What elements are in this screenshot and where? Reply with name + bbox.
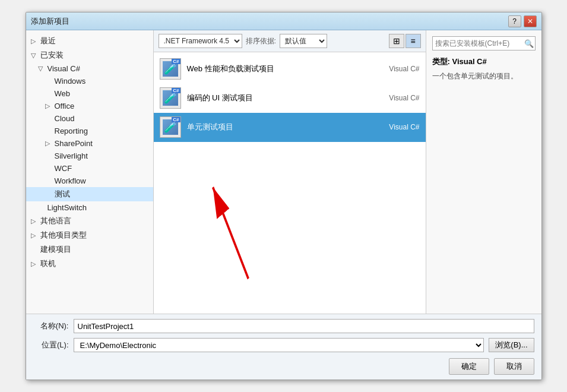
- title-bar: 添加新项目 ? ✕: [26, 12, 541, 30]
- sidebar-label-office: Office: [55, 102, 75, 110]
- expand-icon-sharepoint: ▷: [45, 140, 52, 147]
- expand-icon-other-langs: ▷: [31, 217, 38, 225]
- close-button[interactable]: ✕: [524, 15, 537, 27]
- expand-icon-visual-csharp: ▽: [38, 65, 45, 72]
- sidebar-item-silverlight[interactable]: Silverlight: [26, 150, 153, 162]
- sidebar-item-online[interactable]: ▷联机: [26, 257, 153, 271]
- right-panel: 🔍 类型: Visual C# 一个包含单元测试的项目。: [426, 30, 541, 314]
- sidebar-label-workflow: Workflow: [55, 176, 86, 185]
- expand-icon-office: ▷: [45, 102, 52, 110]
- sidebar-item-recent[interactable]: ▷最近: [26, 34, 153, 48]
- expand-icon-installed: ▽: [31, 52, 38, 59]
- dialog-title: 添加新项目: [31, 16, 69, 27]
- search-icon: 🔍: [524, 39, 534, 48]
- sidebar-label-sharepoint: SharePoint: [55, 139, 93, 148]
- sidebar-item-sharepoint[interactable]: ▷SharePoint: [26, 137, 153, 150]
- sidebar-label-other-types: 其他项目类型: [40, 230, 87, 241]
- sidebar-item-test[interactable]: 测试: [26, 187, 153, 201]
- sidebar-label-windows: Windows: [55, 77, 86, 86]
- sidebar-item-office[interactable]: ▷Office: [26, 100, 153, 112]
- location-select[interactable]: E:\MyDemo\Electronic: [74, 338, 484, 352]
- sidebar-item-other-types[interactable]: ▷其他项目类型: [26, 228, 153, 242]
- location-row: 位置(L): E:\MyDemo\Electronic 浏览(B)...: [33, 338, 534, 352]
- template-icon-unit-test: 🧪 C#: [160, 116, 181, 138]
- sidebar-item-other-langs[interactable]: ▷其他语言: [26, 214, 153, 228]
- template-item-unit-test[interactable]: 🧪 C# 单元测试项目Visual C#: [154, 113, 426, 142]
- grid-view-button[interactable]: ⊞: [389, 34, 404, 48]
- sidebar-item-reporting[interactable]: Reporting: [26, 125, 153, 137]
- sidebar-item-lightswitch[interactable]: LightSwitch: [26, 201, 153, 214]
- name-label: 名称(N):: [33, 321, 69, 331]
- type-description: 一个包含单元测试的项目。: [432, 71, 536, 82]
- sidebar-label-installed: 已安装: [40, 50, 64, 61]
- title-controls: ? ✕: [508, 15, 537, 27]
- template-item-coded-ui[interactable]: 🧪 C# 编码的 UI 测试项目Visual C#: [154, 84, 426, 113]
- sidebar-label-recent: 最近: [40, 36, 56, 46]
- browse-button[interactable]: 浏览(B)...: [489, 338, 534, 352]
- name-input[interactable]: [74, 319, 534, 333]
- sidebar-label-web: Web: [55, 89, 71, 98]
- sidebar-item-workflow[interactable]: Workflow: [26, 175, 153, 187]
- sidebar-label-other-langs: 其他语言: [40, 216, 71, 226]
- sidebar-item-installed[interactable]: ▽已安装: [26, 48, 153, 62]
- sidebar-item-cloud[interactable]: Cloud: [26, 112, 153, 125]
- sidebar-label-lightswitch: LightSwitch: [47, 203, 87, 212]
- bottom-bar: 名称(N): 位置(L): E:\MyDemo\Electronic 浏览(B)…: [26, 314, 541, 380]
- sidebar-label-wcf: WCF: [55, 164, 72, 173]
- sidebar-label-online: 联机: [40, 258, 56, 269]
- main-content: .NET Framework 4.5 排序依据: 默认值 ⊞ ≡ 🧪 C#: [154, 30, 426, 314]
- sort-label: 排序依据:: [246, 36, 276, 46]
- sidebar-item-wcf[interactable]: WCF: [26, 162, 153, 175]
- template-type-web-perf: Visual C#: [372, 65, 420, 73]
- search-box[interactable]: 🔍: [432, 36, 536, 50]
- sidebar-item-windows[interactable]: Windows: [26, 75, 153, 87]
- template-type-coded-ui: Visual C#: [372, 94, 420, 102]
- template-name-web-perf: Web 性能和负载测试项目: [187, 64, 372, 74]
- sidebar-item-visual-csharp[interactable]: ▽Visual C#: [26, 62, 153, 75]
- action-row: 确定 取消: [33, 358, 534, 375]
- sidebar-label-test: 测试: [55, 189, 70, 200]
- template-item-web-perf[interactable]: 🧪 C# Web 性能和负载测试项目Visual C#: [154, 55, 426, 84]
- template-icon-web-perf: 🧪 C#: [160, 58, 181, 80]
- expand-icon-other-types: ▷: [31, 232, 38, 239]
- sidebar-label-modeling: 建模项目: [40, 244, 71, 255]
- sort-select[interactable]: 默认值: [280, 34, 327, 48]
- sidebar: ▷最近▽已安装▽Visual C# Windows Web▷Office Clo…: [26, 30, 154, 314]
- toolbar: .NET Framework 4.5 排序依据: 默认值 ⊞ ≡: [154, 30, 426, 52]
- location-label: 位置(L):: [33, 340, 69, 350]
- ok-button[interactable]: 确定: [449, 358, 489, 375]
- sidebar-label-cloud: Cloud: [55, 114, 75, 123]
- template-icon-coded-ui: 🧪 C#: [160, 87, 181, 109]
- help-button[interactable]: ?: [508, 15, 521, 27]
- sidebar-item-modeling[interactable]: 建模项目: [26, 242, 153, 257]
- expand-icon-online: ▷: [31, 260, 38, 268]
- items-area: 🧪 C# Web 性能和负载测试项目Visual C# 🧪 C# 编码的 UI …: [154, 52, 426, 144]
- type-label: 类型: Visual C#: [432, 56, 536, 67]
- list-view-button[interactable]: ≡: [406, 34, 421, 48]
- search-input[interactable]: [435, 39, 524, 48]
- name-row: 名称(N):: [33, 319, 534, 333]
- sidebar-label-reporting: Reporting: [55, 127, 88, 135]
- sidebar-item-web[interactable]: Web: [26, 87, 153, 100]
- svg-line-1: [213, 187, 248, 279]
- template-type-unit-test: Visual C#: [372, 123, 420, 131]
- sidebar-label-silverlight: Silverlight: [55, 151, 88, 160]
- template-name-coded-ui: 编码的 UI 测试项目: [187, 93, 372, 103]
- dialog-body: ▷最近▽已安装▽Visual C# Windows Web▷Office Clo…: [26, 30, 541, 314]
- cancel-button[interactable]: 取消: [494, 358, 534, 375]
- framework-select[interactable]: .NET Framework 4.5: [159, 34, 242, 48]
- sidebar-label-visual-csharp: Visual C#: [47, 64, 80, 73]
- template-name-unit-test: 单元测试项目: [187, 122, 372, 132]
- view-toggle: ⊞ ≡: [389, 34, 421, 48]
- dialog: 添加新项目 ? ✕ ▷最近▽已安装▽Visual C# Windows Web▷…: [26, 12, 542, 380]
- expand-icon-recent: ▷: [31, 37, 38, 45]
- items-area-wrapper: 🧪 C# Web 性能和负载测试项目Visual C# 🧪 C# 编码的 UI …: [154, 52, 426, 314]
